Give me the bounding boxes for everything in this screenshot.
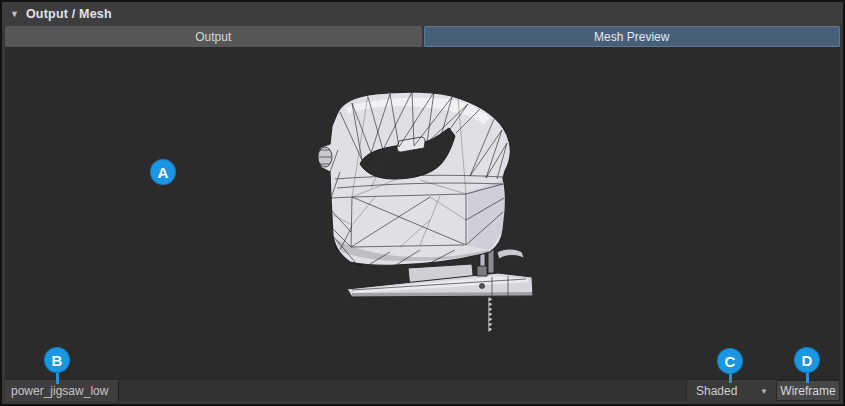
shading-mode-dropdown[interactable]: Shaded ▼ (686, 380, 776, 401)
jigsaw-mesh-render (5, 47, 840, 379)
annotation-badge-a: A (150, 159, 176, 185)
chevron-down-icon: ▼ (760, 386, 768, 395)
panel-header: ▼ Output / Mesh (2, 2, 843, 26)
preview-status-bar: power_jigsaw_low Shaded ▼ Wireframe (5, 379, 840, 401)
mesh-name-label: power_jigsaw_low (5, 380, 119, 401)
wireframe-toggle[interactable]: Wireframe (776, 380, 840, 401)
tab-mesh-preview[interactable]: Mesh Preview (424, 26, 841, 47)
annotation-badge-c: C (717, 348, 743, 374)
foldout-triangle-icon[interactable]: ▼ (10, 10, 19, 19)
mesh-preview-viewport[interactable] (5, 47, 840, 379)
statusbar-spacer (119, 380, 686, 401)
panel-title: Output / Mesh (26, 7, 112, 21)
annotation-badge-b: B (44, 347, 70, 373)
shading-mode-value: Shaded (696, 384, 737, 398)
tab-bar: Output Mesh Preview (5, 26, 840, 47)
output-mesh-panel: ▼ Output / Mesh Output Mesh Preview (0, 0, 845, 406)
annotation-badge-d: D (794, 347, 820, 373)
tab-output[interactable]: Output (5, 26, 422, 47)
